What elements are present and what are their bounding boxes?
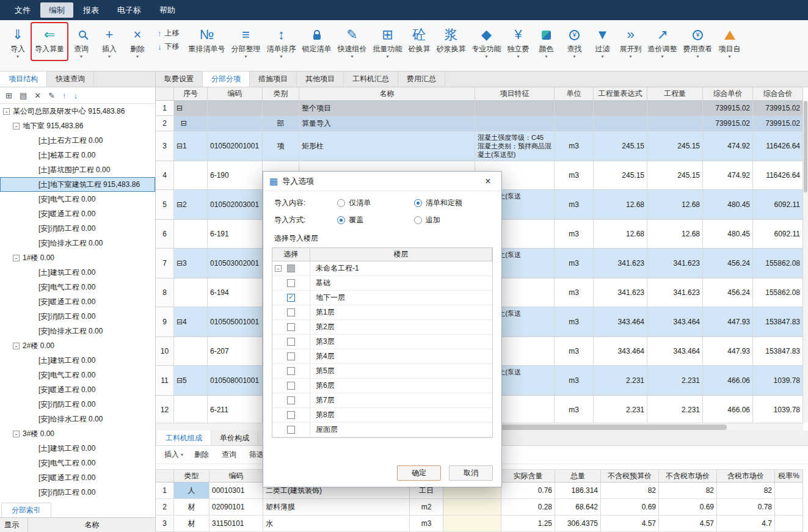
column-header[interactable]: 含税市场价 xyxy=(717,470,775,482)
delete-button[interactable]: × 删除 ▾ xyxy=(123,23,151,60)
main-tab[interactable]: 其他项目 xyxy=(297,71,344,87)
lock-list-button[interactable]: 锁定清单 xyxy=(299,23,335,60)
ok-button[interactable]: 确定 xyxy=(397,465,441,481)
main-tab[interactable]: 取费设置 xyxy=(156,71,203,87)
tree-item[interactable]: [安]电气工程 0.00 xyxy=(0,456,155,470)
total-price-cell[interactable]: 6092.11 xyxy=(753,220,803,249)
seq-cell[interactable] xyxy=(174,337,208,366)
seq-cell[interactable]: ⊟5 xyxy=(174,366,208,396)
add-node-icon[interactable]: ⊞ xyxy=(5,91,12,100)
row-number-cell[interactable]: 10 xyxy=(156,337,174,366)
total-price-cell[interactable]: 153847.83 xyxy=(753,337,803,366)
tree-expander-icon[interactable]: - xyxy=(275,265,282,272)
name-cell[interactable]: 整个项目 xyxy=(299,101,475,116)
expression-cell[interactable]: 341.623 xyxy=(594,249,647,279)
tree-item[interactable]: [安]电气工程 0.00 xyxy=(0,368,155,382)
list-icon[interactable]: ▤ xyxy=(20,91,27,100)
main-tab[interactable]: 工料机汇总 xyxy=(344,71,398,87)
radio-option[interactable]: 仅清单 xyxy=(337,198,413,208)
taxed-market-price-cell[interactable]: 4.7 xyxy=(717,516,775,532)
column-header[interactable]: 单位 xyxy=(555,87,594,100)
insert-button[interactable]: + 插入 ▾ xyxy=(95,23,123,60)
tax-rate-cell[interactable] xyxy=(775,483,803,499)
quantity-cell[interactable]: 2.231 xyxy=(647,366,703,396)
seq-cell[interactable]: ⊟3 xyxy=(174,249,208,279)
bottom-query-button[interactable]: 查询 xyxy=(222,450,238,460)
seq-cell[interactable]: ⊟ xyxy=(174,116,208,131)
menu-item[interactable]: 电子标 xyxy=(109,2,150,18)
unit-cell[interactable]: m3 xyxy=(555,249,594,279)
professional-functions-button[interactable]: ◆ 专业功能 ▾ xyxy=(469,23,504,60)
tree-item[interactable]: - 1#楼 0.00 xyxy=(0,250,155,265)
import-quantities-button[interactable]: ⇐ 导入算量 xyxy=(32,23,67,60)
total-price-cell[interactable]: 739915.02 xyxy=(753,116,803,131)
row-number-cell[interactable]: 2 xyxy=(156,499,174,516)
column-header[interactable]: 类型 xyxy=(174,470,209,482)
floor-row[interactable]: 地下一层 xyxy=(272,291,492,305)
market-price-cell[interactable]: 0.69 xyxy=(659,499,717,516)
checkbox[interactable] xyxy=(287,352,295,360)
total-price-cell[interactable]: 153847.83 xyxy=(753,307,803,337)
type-cell[interactable]: 材 xyxy=(174,499,209,516)
quantity-cell[interactable]: 341.623 xyxy=(647,249,703,279)
floor-row[interactable]: 第2层 xyxy=(272,320,492,335)
main-tab[interactable]: 分部分项 xyxy=(203,71,250,87)
row-number-cell[interactable]: 1 xyxy=(156,483,174,499)
actual-content-cell[interactable]: 0.28 xyxy=(501,499,555,516)
row-number-cell[interactable]: 6 xyxy=(156,220,174,249)
budget-price-cell[interactable]: 82 xyxy=(601,483,659,499)
unit-price-cell[interactable]: 480.45 xyxy=(703,190,753,220)
radio-icon[interactable] xyxy=(337,199,345,207)
floor-row[interactable]: 第1层 xyxy=(272,305,492,320)
tree-expander-icon[interactable]: - xyxy=(3,108,10,115)
floor-row[interactable]: 基础 xyxy=(272,276,492,291)
unit-cell[interactable]: m3 xyxy=(555,307,594,337)
tree-item[interactable]: [安]电气工程 0.00 xyxy=(0,280,155,294)
name-cell[interactable]: 水 xyxy=(263,516,410,532)
row-number-cell[interactable]: 2 xyxy=(156,116,174,131)
seq-cell[interactable]: ⊟1 xyxy=(174,131,208,161)
total-price-cell[interactable]: 155862.08 xyxy=(753,249,803,279)
market-price-cell[interactable]: 4.57 xyxy=(659,516,717,532)
bottom-insert-button[interactable]: 插入▾ xyxy=(164,450,183,460)
main-tab[interactable]: 措施项目 xyxy=(250,71,297,87)
seq-cell[interactable]: ⊟4 xyxy=(174,307,208,337)
expression-cell[interactable]: 341.623 xyxy=(594,279,647,307)
tree-item[interactable]: [土]建筑工程 0.00 xyxy=(0,353,155,368)
market-price-cell[interactable]: 82 xyxy=(659,483,717,499)
price-adjust-button[interactable]: ↗ 造价调整 ▾ xyxy=(645,23,680,60)
expand-to-button[interactable]: » 展开到 ▾ xyxy=(617,23,645,60)
tree-item[interactable]: [土]建筑工程 0.00 xyxy=(0,265,155,280)
column-header[interactable]: 序号 xyxy=(174,87,208,100)
code-cell[interactable]: 010505001001 xyxy=(208,307,263,337)
bottom-delete-button[interactable]: 删除 xyxy=(194,450,211,460)
floor-row[interactable]: 屋面层 xyxy=(272,423,492,437)
unit-cell[interactable]: m3 xyxy=(555,131,594,161)
expression-cell[interactable]: 245.15 xyxy=(594,161,647,190)
unit-cell[interactable]: m3 xyxy=(555,396,594,423)
expression-cell[interactable]: 245.15 xyxy=(594,131,647,161)
unit-cell[interactable]: m3 xyxy=(555,366,594,396)
row-number-cell[interactable]: 12 xyxy=(156,396,174,423)
name-cell[interactable]: 矩形柱 xyxy=(299,131,475,161)
tree-item[interactable]: [安]消防工程 0.00 xyxy=(0,221,155,236)
code-cell[interactable]: 6-191 xyxy=(208,220,263,249)
column-header[interactable]: 不含税预算价 xyxy=(601,470,659,482)
unit-price-cell[interactable]: 474.92 xyxy=(703,131,753,161)
column-header[interactable]: 工程量表达式 xyxy=(594,87,647,100)
checkbox[interactable] xyxy=(287,294,295,302)
unit-cell[interactable]: m3 xyxy=(555,279,594,307)
move-down-button[interactable]: ↓ 下移 xyxy=(158,42,180,52)
total-price-cell[interactable]: 116426.64 xyxy=(753,131,803,161)
expression-cell[interactable]: 12.68 xyxy=(594,220,647,249)
resource-tab[interactable]: 工料机组成 xyxy=(157,431,211,445)
row-number-cell[interactable]: 4 xyxy=(156,161,174,190)
unit-price-cell[interactable]: 739915.02 xyxy=(703,116,753,131)
section-index-tab[interactable]: 分部索引 xyxy=(1,503,51,517)
quantity-cell[interactable]: 341.623 xyxy=(647,279,703,307)
independent-fee-button[interactable]: ¥ 独立费 ▾ xyxy=(504,23,533,60)
budget-price-cell[interactable]: 0.69 xyxy=(601,499,659,516)
tree-expander-icon[interactable]: - xyxy=(13,123,20,129)
row-number-cell[interactable]: 7 xyxy=(156,249,174,279)
vertical-scrollbar[interactable] xyxy=(803,101,808,423)
